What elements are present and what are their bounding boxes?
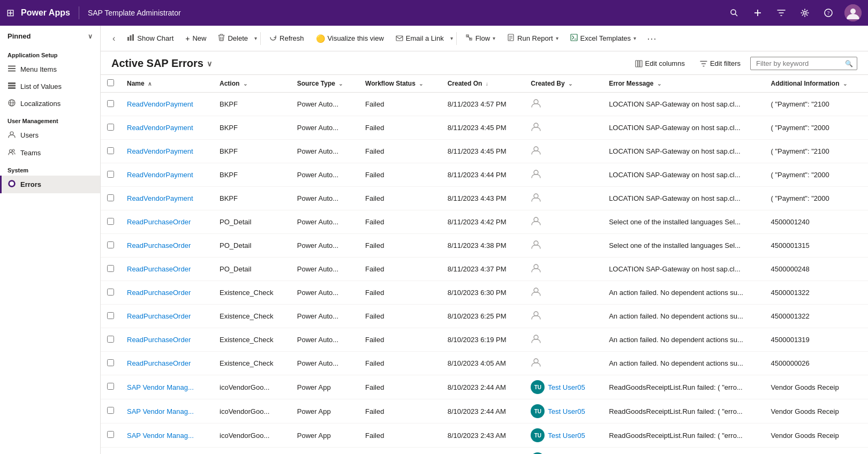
row-13-user-link[interactable]: Test User05 [548,407,585,415]
table-row: ReadPurchaseOrderPO_DetailPower Auto...F… [101,210,868,234]
row-6-name[interactable]: ReadPurchaseOrder [120,234,213,258]
row-3-name-link[interactable]: ReadVendorPayment [127,171,193,179]
sidebar-item-menu-items[interactable]: Menu Items [0,60,100,78]
sidebar-item-errors[interactable]: Errors [0,176,100,193]
row-9-checkbox[interactable] [107,312,114,319]
row-7-name-link[interactable]: ReadPurchaseOrder [127,265,191,273]
row-4-name-link[interactable]: ReadVendorPayment [127,194,193,202]
row-10-name-link[interactable]: ReadPurchaseOrder [127,336,191,344]
row-12-checkbox[interactable] [107,383,114,390]
row-2-checkbox[interactable] [107,147,114,154]
row-2-name[interactable]: ReadVendorPayment [120,140,213,163]
sidebar-item-users[interactable]: Users [0,126,100,144]
row-8-user-icon [531,288,541,299]
row-4-name[interactable]: ReadVendorPayment [120,187,213,210]
run-report-button[interactable]: Run Report ▾ [502,31,563,46]
sidebar-item-list-of-values[interactable]: List of Values [0,78,100,95]
row-7-checkbox[interactable] [107,265,114,272]
created-by-column-header[interactable]: Created By ⌄ [524,75,602,93]
row-8-checkbox[interactable] [107,289,114,296]
row-1-name[interactable]: ReadVendorPayment [120,116,213,140]
visualize-button[interactable]: 🟡 Visualize this view [311,31,389,46]
row-8-name-link[interactable]: ReadPurchaseOrder [127,289,191,297]
flow-dropdown-arrow: ▾ [493,35,495,41]
row-9-name[interactable]: ReadPurchaseOrder [120,305,213,328]
row-14-checkbox[interactable] [107,431,114,438]
refresh-button[interactable]: Refresh [264,31,310,46]
search-icon[interactable] [727,5,742,20]
row-11-created-by [524,352,602,375]
row-13-name[interactable]: SAP Vendor Manag... [120,399,213,423]
created-on-column-header[interactable]: Created On ↓ [441,75,525,93]
svg-point-40 [534,217,538,222]
pinned-section-header[interactable]: Pinned ∨ [0,26,100,47]
view-title[interactable]: Active SAP Errors ∨ [111,57,212,70]
row-2-name-link[interactable]: ReadVendorPayment [127,147,193,155]
add-icon[interactable] [750,5,765,20]
delete-button[interactable]: Delete [213,31,253,46]
row-12-user-link[interactable]: Test User05 [548,383,585,391]
workflow-status-column-header[interactable]: Workflow Status ⌄ [359,75,441,93]
show-chart-button[interactable]: Show Chart [122,31,179,46]
row-1-name-link[interactable]: ReadVendorPayment [127,124,193,132]
row-13-checkbox[interactable] [107,407,114,414]
row-9-name-link[interactable]: ReadPurchaseOrder [127,312,191,320]
action-column-header[interactable]: Action ⌄ [213,75,291,93]
row-15-name[interactable]: SAP Vendor Manag... [120,448,213,455]
filter-icon[interactable] [774,5,789,20]
row-5-checkbox[interactable] [107,218,114,225]
row-5-name[interactable]: ReadPurchaseOrder [120,210,213,234]
edit-columns-button[interactable]: Edit columns [630,57,690,70]
settings-icon[interactable] [797,5,812,20]
email-link-dropdown-arrow[interactable]: ▾ [450,35,453,41]
excel-templates-button[interactable]: Excel Templates ▾ [565,31,641,46]
row-11-checkbox[interactable] [107,359,114,366]
select-all-checkbox[interactable] [107,79,114,86]
sidebar-item-localizations[interactable]: Localizations [0,95,100,112]
row-11-action: Existence_Check [213,352,291,375]
row-6-checkbox[interactable] [107,241,114,248]
back-button[interactable]: ‹ [109,32,118,46]
row-14-name[interactable]: SAP Vendor Manag... [120,423,213,448]
row-11-name-link[interactable]: ReadPurchaseOrder [127,359,191,367]
row-1-workflow-status: Failed [359,116,441,140]
row-1-checkbox[interactable] [107,124,114,131]
new-button[interactable]: + New [180,31,212,46]
row-12-name[interactable]: SAP Vendor Manag... [120,375,213,399]
row-10-checkbox[interactable] [107,336,114,343]
delete-dropdown-arrow[interactable]: ▾ [254,35,257,41]
row-3-name[interactable]: ReadVendorPayment [120,163,213,187]
row-14-name-link[interactable]: SAP Vendor Manag... [127,432,194,440]
flow-button[interactable]: Flow ▾ [460,31,501,46]
row-13-name-link[interactable]: SAP Vendor Manag... [127,407,194,415]
source-type-column-header[interactable]: Source Type ⌄ [291,75,359,93]
sidebar-item-teams[interactable]: Teams [0,144,100,162]
row-12-source-type: Power App [291,375,359,399]
row-5-name-link[interactable]: ReadPurchaseOrder [127,218,191,226]
row-6-name-link[interactable]: ReadPurchaseOrder [127,241,191,249]
row-4-action: BKPF [213,187,291,210]
error-message-column-header[interactable]: Error Message ⌄ [602,75,764,93]
row-11-name[interactable]: ReadPurchaseOrder [120,352,213,375]
row-5-user-icon [531,217,541,228]
row-12-name-link[interactable]: SAP Vendor Manag... [127,383,194,391]
row-7-name[interactable]: ReadPurchaseOrder [120,258,213,281]
filter-search-input[interactable] [750,57,857,70]
row-8-name[interactable]: ReadPurchaseOrder [120,281,213,305]
help-icon[interactable]: ? [821,5,836,20]
row-0-checkbox[interactable] [107,100,114,107]
additional-info-column-header[interactable]: Additional Information ⌄ [765,75,869,93]
edit-filters-button[interactable]: Edit filters [695,57,746,70]
email-link-button[interactable]: Email a Link [390,31,449,46]
row-10-name[interactable]: ReadPurchaseOrder [120,328,213,352]
select-all-column[interactable] [101,75,120,93]
name-column-header[interactable]: Name ∧ [120,75,213,93]
row-4-checkbox[interactable] [107,194,114,201]
more-options-button[interactable]: ⋯ [643,31,661,47]
user-avatar[interactable] [844,4,862,21]
row-0-name-link[interactable]: ReadVendorPayment [127,100,193,108]
row-0-name[interactable]: ReadVendorPayment [120,93,213,116]
row-14-user-link[interactable]: Test User05 [548,432,585,440]
row-3-checkbox[interactable] [107,171,114,178]
grid-menu-icon[interactable]: ⊞ [6,7,14,19]
